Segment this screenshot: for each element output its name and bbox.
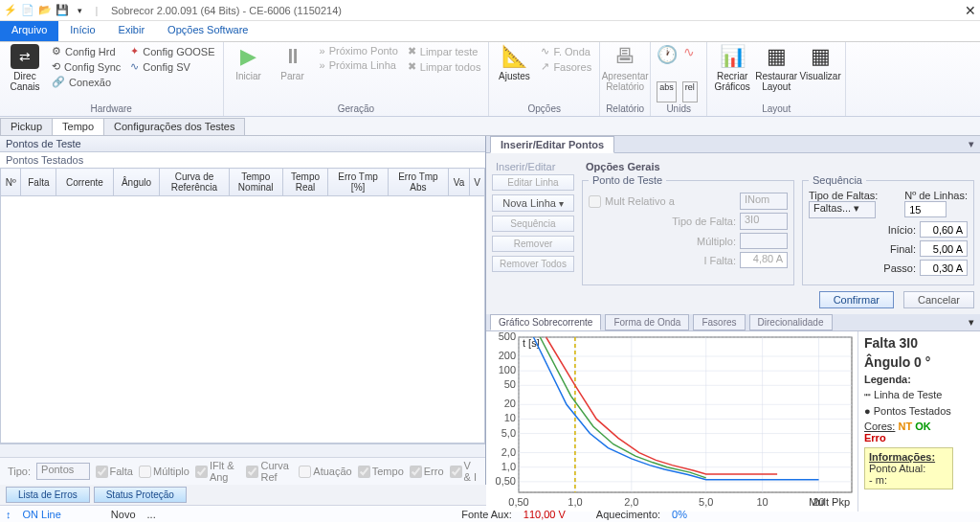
chk-atuacao[interactable]: Atuação (299, 466, 351, 478)
config-sv-button[interactable]: ∿Config SV (128, 59, 216, 74)
h-scrollbar[interactable] (0, 443, 485, 457)
tab-exibir[interactable]: Exibir (107, 21, 157, 41)
legend-linha: ┉ Linha de Teste (864, 389, 953, 401)
svg-text:500: 500 (499, 331, 516, 342)
config-goose-button[interactable]: ✦Config GOOSE (128, 44, 216, 58)
chk-curva[interactable]: Curva Ref (246, 460, 293, 483)
grid-body[interactable] (0, 196, 485, 443)
new-icon[interactable]: 📄 (21, 4, 34, 17)
visualizar-button[interactable]: ▦Visualizar (801, 44, 839, 102)
aque-val: 0% (672, 509, 687, 520)
iniciar-button[interactable]: ▶Iniciar (230, 44, 268, 102)
chk-tempo[interactable]: Tempo (358, 466, 404, 478)
ctab-fasores[interactable]: Fasores (693, 314, 745, 330)
rel-button[interactable]: rel (682, 81, 698, 103)
abs-button[interactable]: abs (657, 81, 677, 103)
window-title: Sobrecor 2.00.091 (64 Bits) - CE-6006 (1… (111, 5, 342, 16)
config-sync-button[interactable]: ⟲Config Sync (50, 59, 122, 74)
confirmar-button[interactable]: Confirmar (819, 291, 894, 308)
opcoes-gerais-label: Opções Gerais (582, 159, 974, 174)
tab-arquivo[interactable]: Arquivo (0, 21, 58, 41)
proxima-linha-button[interactable]: »Próxima Linha (318, 58, 400, 72)
inicio-input[interactable] (920, 221, 968, 238)
multiplo-input[interactable] (740, 233, 788, 249)
legend-pontos: ● Pontos Testados (864, 405, 953, 417)
btab-lista[interactable]: Lista de Erros (6, 487, 90, 503)
save-icon[interactable]: 💾 (56, 4, 69, 17)
ctab-direc[interactable]: Direcionalidade (749, 314, 833, 330)
chart-icon: 📊 (720, 44, 746, 69)
svg-text:1,0: 1,0 (568, 496, 582, 508)
chk-falta[interactable]: Falta (96, 466, 133, 478)
online-icon: ↕ (6, 509, 11, 520)
info-m: - m: (869, 474, 948, 486)
ctab-forma[interactable]: Forma de Onda (605, 314, 689, 330)
passo-input[interactable] (920, 260, 968, 276)
tab-inicio[interactable]: Início (58, 21, 106, 41)
ponto-atual: Ponto Atual: (869, 463, 948, 474)
svg-text:200: 200 (499, 350, 516, 361)
svg-text:20: 20 (504, 398, 516, 409)
cancelar-button[interactable]: Cancelar (903, 291, 974, 308)
config-hrd-button[interactable]: ⚙Config Hrd (50, 44, 122, 58)
limpar-teste-button[interactable]: ✖Limpar teste (406, 44, 483, 58)
proximo-ponto-button[interactable]: »Próximo Ponto (318, 44, 400, 57)
chart-drop-icon[interactable]: ▾ (963, 316, 980, 329)
sequencia-legend: Sequência (809, 174, 866, 186)
dots-label: ... (147, 509, 156, 520)
play-icon: ▶ (240, 44, 256, 69)
n-linhas-input[interactable] (904, 201, 947, 217)
svg-text:2,0: 2,0 (624, 496, 638, 508)
svg-text:Mult Pkp: Mult Pkp (809, 496, 850, 508)
svg-text:5,0: 5,0 (699, 496, 713, 508)
close-icon[interactable]: ✕ (965, 3, 976, 18)
remover-button[interactable]: Remover (492, 236, 574, 252)
subtab-tempo[interactable]: Tempo (52, 118, 104, 135)
relatorio-button[interactable]: 🖶Apresentar Relatório (606, 44, 644, 102)
chk-vei[interactable]: V & I (450, 460, 478, 483)
fonte-val: 110,00 V (523, 509, 566, 520)
chart-svg[interactable]: 0,501,02,05,010200,501,02,05,01020501002… (486, 331, 858, 512)
clock-icon[interactable]: 🕐 (657, 44, 678, 76)
open-icon[interactable]: 📂 (38, 4, 52, 17)
tab-opcoes[interactable]: Opções Software (156, 21, 259, 41)
tipo-select[interactable]: Pontos (36, 463, 89, 480)
recriar-button[interactable]: 📊Recriar Gráficos (713, 44, 751, 102)
sync-icon: ⟲ (52, 60, 60, 73)
subtab-pickup[interactable]: Pickup (0, 118, 53, 135)
mult-rel-check[interactable] (589, 195, 601, 208)
parar-button[interactable]: ⏸Parar (274, 44, 312, 102)
svg-text:1,0: 1,0 (501, 461, 516, 472)
chk-iflt[interactable]: IFlt & Ang (195, 460, 241, 483)
sequencia-button[interactable]: Sequência (492, 216, 574, 232)
panel-drop-icon[interactable]: ▾ (963, 138, 980, 150)
group-hardware: Hardware (6, 102, 217, 114)
tipo-falta-select[interactable]: 3I0 (740, 213, 788, 230)
tipo-faltas-select[interactable]: Faltas... ▾ (809, 201, 876, 218)
svg-text:0,50: 0,50 (496, 475, 516, 487)
qat-more-icon[interactable]: ▾ (73, 4, 86, 17)
restaurar-button[interactable]: ▦Restaurar Layout (757, 44, 795, 102)
fasores-button[interactable]: ↗Fasores (539, 59, 593, 74)
inom-select[interactable]: INom (740, 193, 788, 210)
chk-multiplo[interactable]: Múltiplo (139, 466, 189, 478)
ctab-grafico[interactable]: Gráfico Sobrecorrente (490, 314, 601, 330)
limpar-todos-button[interactable]: ✖Limpar todos (406, 59, 483, 74)
btab-status[interactable]: Status Proteção (94, 487, 187, 503)
chk-erro[interactable]: Erro (410, 466, 444, 478)
editar-linha-button[interactable]: Editar Linha (492, 174, 574, 191)
ifalta-input[interactable]: 4,80 A (740, 252, 788, 268)
online-label: ON Line (23, 509, 61, 520)
ajustes-button[interactable]: 📐Ajustes (495, 44, 533, 102)
subtab-config[interactable]: Configurações dos Testes (103, 118, 245, 135)
direc-canais-button[interactable]: ⇄ Direc Canais (6, 44, 44, 102)
nova-linha-button[interactable]: Nova Linha ▾ (492, 194, 574, 212)
swap-icon: ⇄ (11, 44, 39, 69)
remover-todos-button[interactable]: Remover Todos (492, 256, 574, 272)
fonda-button[interactable]: ∿F. Onda (539, 44, 593, 58)
conexao-button[interactable]: 🔗Conexão (50, 75, 122, 89)
final-input[interactable] (920, 240, 968, 257)
sine-icon[interactable]: ∿ (683, 44, 695, 76)
pontos-testados-sub: Pontos Testados (0, 152, 485, 168)
goose-icon: ✦ (130, 45, 139, 57)
